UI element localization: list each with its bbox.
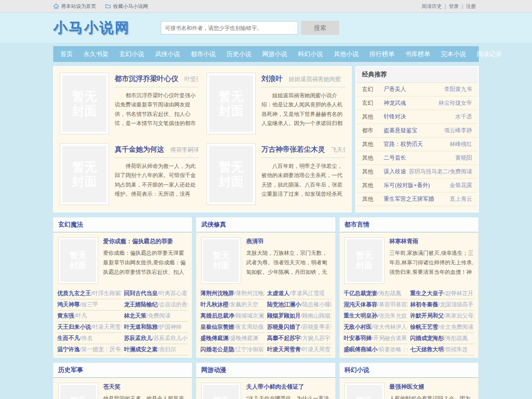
book-author-link[interactable]: 崇祯朱连	[444, 346, 468, 352]
book-cover-placeholder[interactable]: 暂无封面	[345, 383, 384, 399]
book-author-link[interactable]: 会说话的香烟	[158, 301, 188, 308]
book-author-link[interactable]: 水千丞	[456, 113, 473, 121]
book-title-link[interactable]: 闪婚成宠海彤	[410, 335, 444, 341]
nav-item[interactable]: 其他小说	[328, 46, 364, 62]
book-author-link[interactable]: 叶浮生顾紫琪	[91, 290, 121, 296]
book-author-link[interactable]: 海彤战胤	[377, 290, 401, 296]
book-title-link[interactable]: 顾烟罗顾如月	[267, 313, 300, 319]
book-cover-placeholder[interactable]: 暂无 封面	[60, 73, 109, 134]
book-author-link[interactable]: 顾南山顾烟罗	[300, 313, 331, 319]
book-author-link[interactable]: 叶凡	[74, 313, 87, 319]
book-title-link[interactable]: 龙王婿陆榆纪	[124, 301, 158, 308]
nav-item[interactable]: 网游小说	[257, 46, 293, 62]
book-author-link[interactable]: 前妻攻略：傅	[377, 346, 408, 352]
set-homepage-link[interactable]: 将本站设为首页	[53, 3, 96, 10]
nav-item[interactable]: 历史小说	[221, 46, 257, 62]
book-title-link[interactable]: 尸香美人	[384, 86, 442, 93]
book-title-link[interactable]: 高攀不起苏宇	[267, 335, 300, 341]
nav-item[interactable]: 玄幻小说	[114, 46, 150, 62]
book-cover-placeholder[interactable]: 暂无 封面	[60, 143, 109, 205]
book-author-link[interactable]: 全文免费阅读	[438, 324, 473, 330]
book-title-link[interactable]: 针锋对决	[384, 113, 453, 121]
book-author-link[interactable]: 免费阅读	[146, 313, 170, 319]
nav-item[interactable]: 武侠小说	[150, 46, 185, 62]
book-title-link[interactable]: 鸿天神尊	[57, 301, 80, 308]
book-title-link[interactable]: 苏晓曼闪婚了	[267, 324, 300, 330]
site-logo[interactable]: 小马小说网	[53, 18, 130, 37]
book-title-link[interactable]: 夫人带小鲜肉去领证了	[246, 382, 304, 390]
nav-item[interactable]: 科幻小说	[293, 46, 328, 62]
book-title-link[interactable]: 燕清羽	[246, 237, 264, 244]
book-cover-placeholder[interactable]: 暂无 封面	[207, 73, 256, 134]
book-title-link[interactable]: 乐可(校对版+番外)	[384, 182, 447, 189]
book-author-link[interactable]: 江宁冷御宸	[234, 346, 264, 352]
book-cover-placeholder[interactable]: 暂无封面	[201, 383, 241, 399]
book-title-link[interactable]: 七天拯救大明	[410, 346, 444, 352]
book-title-link[interactable]: 天王归来小说	[57, 324, 91, 330]
book-cover-placeholder[interactable]: 暂无封面	[201, 237, 241, 284]
book-title-link[interactable]: 盗墓悬疑鉴宝	[384, 127, 442, 134]
book-cover-placeholder[interactable]: 暂无封面	[345, 237, 384, 284]
search-input[interactable]	[161, 21, 298, 34]
nav-item[interactable]: 排行榜单	[364, 46, 400, 62]
book-author-link[interactable]: 苏晓曼季圣司	[300, 324, 331, 330]
book-cover-placeholder[interactable]: 暂无封面	[58, 383, 98, 399]
book-author-link[interactable]: 金银花露	[450, 182, 472, 189]
book-cover-placeholder[interactable]: 暂无 封面	[207, 143, 256, 205]
book-title-link[interactable]: 重生大明皇孙	[344, 313, 377, 319]
nav-item[interactable]: 阅读记录	[471, 46, 507, 62]
book-author-link[interactable]: 林尘玲珑女帝	[438, 99, 472, 107]
book-title-link[interactable]: 万古神帝张若尘木灵	[261, 145, 325, 153]
book-title-link[interactable]: 误入歧途	[384, 168, 406, 175]
book-title-link[interactable]: 叶凌天周雪青	[267, 346, 300, 352]
book-title-link[interactable]: 二号首长	[384, 154, 453, 162]
book-cover-placeholder[interactable]: 暂无封面	[58, 237, 98, 284]
book-author-link[interactable]: 林峰桃红	[450, 140, 472, 148]
book-title-link[interactable]: 官路：权势滔天	[384, 140, 447, 148]
book-title-link[interactable]: 叶澜成安之素	[124, 346, 158, 352]
book-author-link[interactable]: 第一婚宠：厉爷娇	[80, 346, 121, 352]
book-title-link[interactable]: 真千金她为何这	[115, 145, 164, 153]
book-title-link[interactable]: 黄东强	[57, 313, 74, 319]
book-author-link[interactable]: 叶凌天周雪青	[91, 324, 121, 330]
book-author-link[interactable]: 护国神帅	[158, 324, 182, 330]
book-title-link[interactable]: 最强神医女婿	[389, 382, 424, 390]
book-author-link[interactable]: 燕归尔	[158, 346, 176, 352]
nav-item[interactable]: 永久书架	[78, 46, 114, 62]
book-title-link[interactable]: 叶无道和陈雅	[124, 324, 158, 330]
book-author-link[interactable]: 苏玥马强马老二/免费阅读	[409, 168, 472, 175]
nav-item[interactable]: 首页	[55, 46, 78, 62]
book-title-link[interactable]: 太虚道人	[267, 290, 289, 296]
book-title-link[interactable]: 千亿总裁宠妻	[344, 290, 377, 296]
book-title-link[interactable]: 闪婚老公是隐	[200, 346, 234, 352]
book-title-link[interactable]: 许默开局和父	[410, 313, 444, 319]
book-author-link[interactable]: 苏辰孟欣儿小说	[152, 335, 188, 341]
favorite-site-link[interactable]: 收藏小马小说网	[105, 3, 148, 10]
book-title-link[interactable]: 林初冬秦薇	[410, 301, 438, 308]
book-author-link[interactable]: 开局融合道果，	[372, 335, 408, 341]
book-title-link[interactable]: 林寒林青雨	[389, 237, 419, 244]
book-title-link[interactable]: 刘浪叶	[261, 75, 283, 83]
book-author-link[interactable]: 顾倾城京澜辰	[234, 313, 264, 319]
book-title-link[interactable]: 都市沉浮乔梁叶心仪	[115, 75, 178, 83]
book-author-link[interactable]: 项云峰李静	[444, 127, 473, 134]
book-author-link[interactable]: 张浩朱允炆	[377, 313, 407, 319]
book-author-link[interactable]: 发飙的天空	[229, 301, 258, 308]
book-title-link[interactable]: 神龙武魂	[384, 99, 436, 107]
nav-item[interactable]: 都市小说	[185, 46, 221, 62]
book-author-link[interactable]: 慕容羽慕容凌	[377, 301, 408, 308]
book-author-link[interactable]: 盛晚傅庭渊	[229, 335, 258, 341]
book-title-link[interactable]: 陆竞池江澜小	[267, 301, 300, 308]
reading-history-link[interactable]: 阅读历史	[419, 3, 445, 10]
book-author-link[interactable]: 薄荆州沈晚辞	[234, 290, 264, 296]
book-author-link[interactable]: 张大伟林伊人小	[372, 324, 408, 330]
book-title-link[interactable]: 薄荆州沈晚辞	[200, 290, 234, 296]
book-author-link[interactable]: 龙国顶级高手	[438, 301, 473, 308]
book-author-link[interactable]: 陆总被小哑巴	[300, 301, 331, 308]
book-title-link[interactable]: 离婚后总裁净	[200, 313, 234, 319]
book-title-link[interactable]: 盛眠傅燕城小	[344, 346, 377, 352]
book-title-link[interactable]: 林北天策	[124, 313, 146, 319]
book-title-link[interactable]: 苍天笑	[103, 382, 121, 390]
book-title-link[interactable]: 混沌天体慕容	[344, 301, 377, 308]
book-title-link[interactable]: 重生之大皇子	[410, 290, 444, 296]
